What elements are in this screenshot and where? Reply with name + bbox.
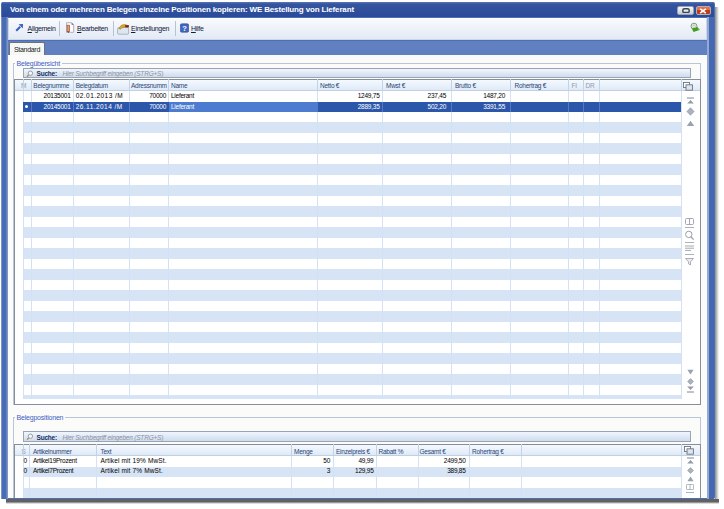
svg-text:?: ? <box>182 23 187 32</box>
